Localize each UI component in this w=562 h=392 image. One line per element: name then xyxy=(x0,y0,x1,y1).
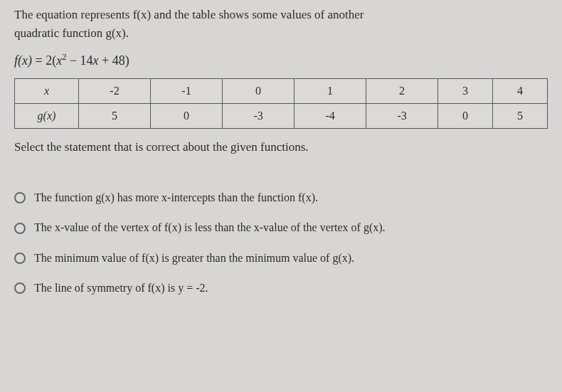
equation-lhs: f(x) xyxy=(14,53,32,68)
table-cell: 0 xyxy=(438,104,493,129)
table-cell: -3 xyxy=(366,104,438,129)
table-cell: 1 xyxy=(295,79,366,104)
table-cell: -2 xyxy=(79,79,151,104)
option-b-text: The x-value of the vertex of f(x) is les… xyxy=(34,220,386,235)
equation-fx: f(x) = 2(x2 − 14x + 48) xyxy=(14,52,548,68)
table-cell: 3 xyxy=(438,79,493,104)
table-cell: 0 xyxy=(151,104,223,129)
option-c-text: The minimum value of f(x) is greater tha… xyxy=(34,250,354,266)
table-row: g(x) 5 0 -3 -4 -3 0 5 xyxy=(15,104,548,129)
intro-line-1: The equation represents f(x) and the tab… xyxy=(14,8,364,21)
options-group: The function g(x) has more x-intercepts … xyxy=(14,190,548,297)
option-c[interactable]: The minimum value of f(x) is greater tha… xyxy=(14,250,548,266)
row-label-gx: g(x) xyxy=(15,104,79,129)
equation-x2: x xyxy=(93,53,99,68)
table-cell: 2 xyxy=(366,79,438,104)
intro-line-2: quadratic function g(x). xyxy=(14,26,129,40)
table-cell: 5 xyxy=(493,104,548,129)
equation-close: + 48) xyxy=(99,53,129,68)
equals-sign: = xyxy=(35,53,42,68)
table-cell: 5 xyxy=(79,104,151,129)
radio-icon[interactable] xyxy=(14,282,26,294)
option-a[interactable]: The function g(x) has more x-intercepts … xyxy=(14,190,548,206)
radio-icon[interactable] xyxy=(14,223,26,234)
question-prompt: Select the statement that is correct abo… xyxy=(14,140,548,154)
table-cell: -3 xyxy=(223,104,295,129)
option-d-text: The line of symmetry of f(x) is y = -2. xyxy=(34,280,208,296)
table-cell: 4 xyxy=(493,79,548,104)
row-label-x: x xyxy=(15,79,79,104)
radio-icon[interactable] xyxy=(14,192,26,203)
option-a-text: The function g(x) has more x-intercepts … xyxy=(34,190,318,206)
table-row: x -2 -1 0 1 2 3 4 xyxy=(15,79,548,104)
option-b[interactable]: The x-value of the vertex of f(x) is les… xyxy=(14,220,548,235)
radio-icon[interactable] xyxy=(14,253,26,264)
equation-mid: − 14 xyxy=(66,53,92,68)
table-cell: -1 xyxy=(151,79,223,104)
function-table: x -2 -1 0 1 2 3 4 g(x) 5 0 -3 -4 -3 0 5 xyxy=(14,78,548,129)
equation-open: 2( xyxy=(46,53,56,68)
question-intro: The equation represents f(x) and the tab… xyxy=(14,6,548,42)
table-cell: -4 xyxy=(295,104,366,129)
option-d[interactable]: The line of symmetry of f(x) is y = -2. xyxy=(14,280,548,296)
table-cell: 0 xyxy=(223,79,295,104)
equation-x1: x xyxy=(56,53,62,68)
